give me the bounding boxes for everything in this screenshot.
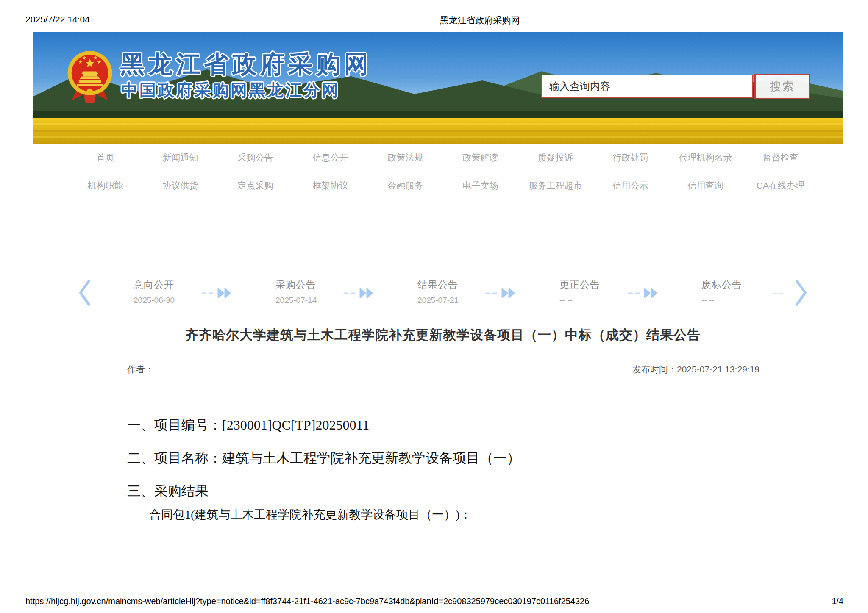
timeline-step-date: -- --	[559, 296, 636, 305]
nav-item-financial-services[interactable]: 金融服务	[368, 180, 443, 191]
timeline-step-date: 2025-07-14	[275, 296, 352, 305]
print-url: https://hljcg.hlj.gov.cn/maincms-web/art…	[25, 596, 589, 606]
article-paragraph-project-number: 一、项目编号：[230001]QC[TP]20250011	[127, 416, 369, 435]
site-title[interactable]: 黑龙江省政府采购网	[120, 48, 372, 81]
nav-item-news[interactable]: 新闻通知	[143, 152, 218, 164]
article-publish-time: 发布时间：2025-07-21 13:29:19	[632, 363, 760, 375]
timeline-arrow-icon	[484, 288, 518, 299]
nav-item-procurement-notices[interactable]: 采购公告	[218, 152, 293, 164]
article-title: 齐齐哈尔大学建筑与土木工程学院补充更新教学设备项目（一）中标（成交）结果公告	[118, 326, 768, 344]
nav-item-policy-interpretation[interactable]: 政策解读	[443, 152, 518, 164]
timeline-step-label: 结果公告	[417, 278, 494, 291]
article-paragraph-contract-package: 合同包1(建筑与土木工程学院补充更新教学设备项目（一）)：	[149, 507, 472, 523]
nav-item-credit-inquiry[interactable]: 信用查询	[668, 180, 743, 191]
article-author-label: 作者：	[127, 363, 154, 375]
nav-item-agency-directory[interactable]: 代理机构名录	[668, 152, 743, 164]
search-input[interactable]	[541, 75, 753, 98]
nav-item-org-functions[interactable]: 机构职能	[68, 180, 143, 191]
timeline-step-intention-publicity[interactable]: 意向公开 2025-06-30	[134, 278, 210, 305]
print-page-title: 黑龙江省政府采购网	[440, 14, 520, 26]
process-timeline: 意向公开 2025-06-30 采购公告 2025-07-14 结果公告 202…	[0, 273, 868, 316]
nav-item-designated-procurement[interactable]: 定点采购	[218, 180, 293, 191]
timeline-arrow-icon	[200, 288, 234, 299]
main-nav: 首页 新闻通知 采购公告 信息公开 政策法规 政策解读 质疑投诉 行政处罚 代理…	[68, 152, 818, 191]
timeline-step-result-notice[interactable]: 结果公告 2025-07-21	[417, 278, 494, 305]
article-paragraph-project-name: 二、项目名称：建筑与土木工程学院补充更新教学设备项目（一）	[127, 449, 520, 468]
print-page: 2025/7/22 14:04 黑龙江省政府采购网	[0, 0, 868, 613]
site-banner: 黑龙江省政府采购网 中国政府采购网黑龙江分网 搜索	[33, 32, 843, 144]
nav-item-complaints[interactable]: 质疑投诉	[518, 152, 593, 164]
timeline-step-date: 2025-07-21	[417, 296, 494, 305]
nav-item-agreement-supply[interactable]: 协议供货	[143, 180, 218, 191]
prev-arrow-icon[interactable]	[77, 279, 92, 306]
timeline-step-label: 废标公告	[701, 278, 778, 291]
nav-item-credit-publicity[interactable]: 信用公示	[593, 180, 668, 191]
timeline-arrow-icon	[342, 288, 376, 299]
timeline-step-date: 2025-06-30	[134, 296, 210, 305]
national-emblem-logo[interactable]	[64, 48, 116, 106]
timeline-arrow-icon	[627, 288, 661, 299]
article-paragraph-result-heading: 三、采购结果	[127, 482, 209, 501]
timeline-step-procurement-notice[interactable]: 采购公告 2025-07-14	[275, 278, 352, 305]
nav-item-admin-penalty[interactable]: 行政处罚	[593, 152, 668, 164]
article-meta: 作者： 发布时间：2025-07-21 13:29:19	[127, 363, 760, 375]
timeline-dash-icon	[772, 292, 783, 295]
nav-item-ca-online[interactable]: CA在线办理	[743, 180, 818, 191]
print-datetime: 2025/7/22 14:04	[25, 14, 90, 25]
nav-item-policies[interactable]: 政策法规	[368, 152, 443, 164]
nav-item-info-disclosure[interactable]: 信息公开	[293, 152, 368, 164]
timeline-step-date: -- --	[701, 296, 778, 305]
next-arrow-icon[interactable]	[794, 279, 809, 306]
nav-item-supervision[interactable]: 监督检查	[743, 152, 818, 164]
timeline-step-label: 采购公告	[275, 278, 352, 291]
nav-item-e-marketplace[interactable]: 电子卖场	[443, 180, 518, 191]
timeline-step-label: 意向公开	[134, 278, 210, 291]
timeline-step-correction-notice[interactable]: 更正公告 -- --	[559, 278, 636, 305]
nav-item-framework-agreement[interactable]: 框架协议	[293, 180, 368, 191]
timeline-step-cancellation-notice[interactable]: 废标公告 -- --	[701, 278, 778, 305]
search-button[interactable]: 搜索	[754, 74, 810, 99]
print-page-number: 1/4	[832, 596, 843, 606]
nav-item-service-project-mall[interactable]: 服务工程超市	[518, 180, 593, 191]
timeline-step-label: 更正公告	[559, 278, 636, 291]
site-subtitle: 中国政府采购网黑龙江分网	[121, 79, 340, 102]
nav-item-home[interactable]: 首页	[68, 152, 143, 164]
